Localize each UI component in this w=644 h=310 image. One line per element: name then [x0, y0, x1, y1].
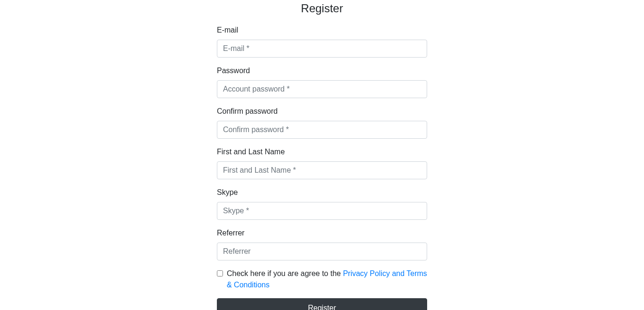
referrer-field[interactable]: [217, 243, 427, 260]
confirm-password-field[interactable]: [217, 121, 427, 139]
skype-label: Skype: [217, 187, 427, 198]
confirm-password-label: Confirm password: [217, 106, 427, 117]
referrer-label: Referrer: [217, 227, 427, 239]
skype-field[interactable]: [217, 202, 427, 220]
agreement-checkbox[interactable]: [217, 270, 223, 276]
email-field[interactable]: [217, 40, 427, 58]
password-label: Password: [217, 65, 427, 76]
register-button[interactable]: Register: [217, 298, 427, 310]
page-title: Register: [217, 0, 427, 17]
agreement-prefix: Check here if you are agree to the: [227, 269, 343, 277]
name-field[interactable]: [217, 161, 427, 179]
password-field[interactable]: [217, 80, 427, 98]
email-label: E-mail: [217, 25, 427, 36]
name-label: First and Last Name: [217, 146, 427, 158]
agreement-label: Check here if you are agree to the Priva…: [227, 268, 427, 291]
